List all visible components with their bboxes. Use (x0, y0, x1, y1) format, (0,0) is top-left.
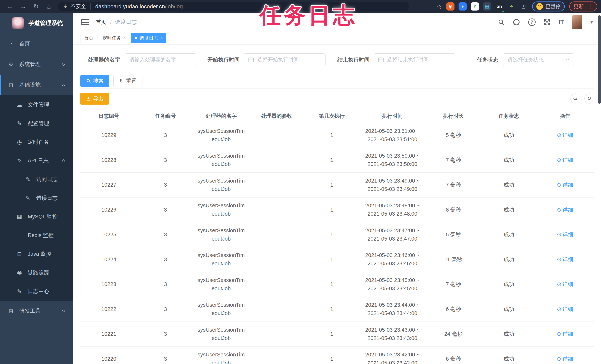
hamburger-icon[interactable] (81, 19, 89, 25)
export-button[interactable]: 导出 (80, 93, 109, 105)
tab-job[interactable]: 定时任务× (99, 33, 129, 43)
sidebar-item-access-log[interactable]: ✎访问日志 (0, 170, 73, 189)
tab-label: 调度日志 (140, 35, 158, 41)
actions-cell: ⊙详细 (537, 280, 594, 288)
handler-name-cell: sysUserSessionTimeoutJob (193, 177, 249, 193)
detail-link[interactable]: ⊙详细 (557, 280, 573, 288)
sidebar-item-mysql[interactable]: ▦MySQL 监控 (0, 207, 73, 226)
bookmark-star-icon[interactable]: ☆ (436, 3, 442, 10)
avatar-caret-icon[interactable]: ▾ (591, 20, 593, 25)
begin-time-input[interactable] (244, 53, 326, 66)
chevron-down-icon: > (59, 310, 68, 313)
status-cell: 成功 (481, 230, 537, 239)
eye-icon: ⊙ (557, 305, 561, 313)
sidebar-item-dev-tools[interactable]: ⊞研发工具> (0, 301, 73, 321)
help-icon[interactable]: ? (528, 19, 536, 26)
detail-link[interactable]: ⊙详细 (557, 355, 573, 363)
kebab-menu-icon[interactable]: ⋮ (587, 3, 593, 10)
tab-close-icon[interactable]: × (123, 35, 126, 40)
sidebar-item-file[interactable]: ☁文件管理 (0, 95, 73, 114)
sidebar-item-error-log[interactable]: ✎错误日志 (0, 189, 73, 207)
tab-home[interactable]: 首页 (80, 33, 97, 43)
refresh-icon: ↻ (587, 96, 591, 101)
sidebar-item-system[interactable]: ⚙系统管理> (0, 54, 73, 75)
breadcrumb-home[interactable]: 首页 (96, 19, 106, 26)
chevron-up-icon: > (59, 159, 68, 162)
sidebar-item-redis[interactable]: ≣Redis 监控 (0, 226, 73, 245)
browser-back-icon[interactable]: ← (4, 3, 17, 10)
font-size-icon[interactable]: tT (559, 19, 564, 26)
log-id-cell: 10221 (80, 330, 138, 338)
toggle-search-tool-button[interactable] (570, 93, 580, 103)
browser-update-button[interactable]: 更新 ⋮ (569, 1, 597, 11)
sidebar-item-api-log[interactable]: ✎API 日志> (0, 151, 73, 170)
browser-reload-icon[interactable]: ↻ (30, 3, 42, 10)
eye-icon: ⊙ (557, 280, 561, 288)
github-icon[interactable] (513, 19, 520, 26)
url-host: dashboard.yudao.iocoder.cn (95, 3, 165, 10)
detail-link[interactable]: ⊙详细 (557, 305, 573, 313)
breadcrumb: 首页 / 调度日志 (96, 19, 137, 26)
search-button[interactable]: 搜索 (80, 75, 109, 87)
handler-name-cell: sysUserSessionTimeoutJob (193, 351, 249, 364)
sidebar-item-home[interactable]: ◔首页 (0, 33, 73, 54)
puzzle-extension-icon[interactable]: ◳ (520, 2, 528, 10)
duration-cell: 8 毫秒 (426, 206, 481, 214)
detail-link[interactable]: ⊙详细 (557, 255, 573, 264)
tab-close-icon[interactable]: × (160, 35, 163, 40)
app-title: 芋道管理系统 (29, 19, 63, 27)
browser-home-icon[interactable]: ⌂ (42, 3, 55, 10)
sidebar-item-log-center[interactable]: ✎日志中心 (0, 282, 73, 301)
user-avatar[interactable] (572, 15, 582, 29)
sidebar-item-config[interactable]: ✎配置管理 (0, 114, 73, 133)
security-label: 不安全 (70, 3, 86, 10)
end-time-label: 结束执行时间 (337, 53, 370, 66)
page-scrollbar-thumb[interactable] (598, 15, 601, 104)
search-icon[interactable] (498, 19, 505, 26)
on-switch-extension-icon[interactable]: on (495, 2, 503, 10)
execute-time-cell: 2021-05-03 23:49:00 ~2021-05-03 23:49:00 (359, 177, 426, 193)
execute-time-cell: 2021-05-03 23:44:00 ~2021-05-03 23:44:00 (359, 301, 426, 317)
url-text: dashboard.yudao.iocoder.cn/job/log (95, 3, 183, 10)
leaf-extension-icon[interactable]: ☘ (507, 2, 515, 10)
reset-button[interactable]: ↻ 重置 (113, 75, 142, 87)
lamp-extension-icon[interactable]: ♦ (459, 2, 467, 10)
sidebar-item-trace[interactable]: ◉链路追踪 (0, 263, 73, 282)
job-id-cell: 3 (138, 230, 193, 239)
sidebar-logo-row[interactable]: 芋道管理系统 (0, 13, 73, 33)
refresh-tool-button[interactable]: ↻ (584, 93, 594, 103)
monitor-icon: ⊡ (7, 82, 14, 88)
sidebar-item-label: 配置管理 (28, 120, 49, 127)
url-separator: │ (89, 3, 92, 10)
insecure-warning-icon[interactable]: ⚠ (63, 3, 68, 10)
handler-name-input[interactable] (125, 53, 196, 66)
detail-link[interactable]: ⊙详细 (557, 181, 573, 189)
detail-link[interactable]: ⊙详细 (557, 230, 573, 239)
paused-extension-badge[interactable]: 已暂停 (532, 1, 565, 11)
export-button-label: 导出 (93, 95, 103, 102)
job-id-cell: 3 (138, 181, 193, 189)
sidebar-item-label: 日志中心 (28, 288, 49, 295)
detail-link[interactable]: ⊙详细 (557, 156, 573, 164)
execute-index-cell: 1 (304, 181, 359, 189)
detail-link[interactable]: ⊙详细 (557, 330, 573, 338)
end-time-input[interactable] (374, 53, 455, 66)
detail-link[interactable]: ⊙详细 (557, 206, 573, 214)
job-id-cell: 3 (138, 305, 193, 313)
sidebar-item-label: MySQL 监控 (28, 213, 58, 221)
tab-job-log[interactable]: 调度日志× (131, 33, 166, 43)
browser-forward-icon[interactable]: → (17, 3, 30, 10)
green-y-extension-icon[interactable]: Y (471, 2, 479, 10)
shield-extension-icon[interactable]: ◉ (446, 2, 454, 10)
sidebar-item-job[interactable]: ◷定时任务 (0, 133, 73, 151)
job-id-cell: 3 (138, 255, 193, 264)
grid-extension-icon[interactable]: ▦ (483, 2, 491, 10)
detail-link[interactable]: ⊙详细 (557, 131, 573, 139)
sidebar-item-java[interactable]: ⊟Java 监控 (0, 245, 73, 263)
sidebar-item-infra[interactable]: ⊡基础设施> (0, 75, 73, 95)
table-header-row: 日志编号任务编号处理器的名字处理器的参数第几次执行执行时间执行时长任务状态操作 (80, 109, 594, 123)
breadcrumb-separator: / (110, 19, 112, 25)
column-header-handler-param: 处理器的参数 (249, 112, 304, 120)
job-id-cell: 3 (138, 280, 193, 288)
fullscreen-icon[interactable] (544, 19, 550, 26)
